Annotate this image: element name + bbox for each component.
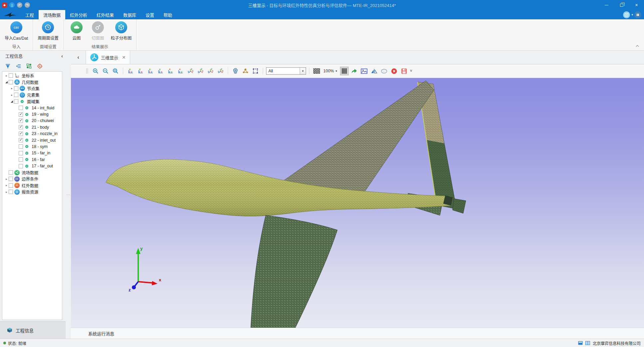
view-front-icon[interactable]: yxz bbox=[126, 67, 135, 75]
ribbon-button-particle-map[interactable]: 粒子分布图 bbox=[110, 21, 133, 41]
view-top-icon[interactable]: xzy bbox=[166, 67, 175, 75]
tree-checkbox[interactable] bbox=[19, 106, 23, 110]
tree-item[interactable]: ▸元素集 bbox=[2, 92, 62, 98]
menu-tab-6[interactable]: 设置 bbox=[141, 10, 159, 19]
tab-3d-view[interactable]: 三维显示 ✕ bbox=[86, 51, 130, 64]
tree-checkbox[interactable] bbox=[9, 170, 13, 175]
tree-item[interactable]: 15 - far_in bbox=[2, 150, 62, 156]
grid-view-icon[interactable] bbox=[25, 62, 33, 70]
restore-button[interactable] bbox=[614, 0, 629, 10]
tree-item[interactable]: ▸红外数据 bbox=[2, 182, 62, 189]
tree-item[interactable]: 23 - nozzle_in bbox=[2, 131, 62, 137]
shape-icon[interactable] bbox=[380, 67, 389, 75]
tree-item[interactable]: 21 - body bbox=[2, 124, 62, 130]
menu-tab-3[interactable]: 红外分析 bbox=[65, 10, 92, 19]
view-bottom-icon[interactable]: xzy bbox=[176, 67, 185, 75]
tree-item[interactable]: ◢面域集 bbox=[2, 98, 62, 105]
tree-twisty-icon[interactable]: ▸ bbox=[10, 87, 14, 90]
tree-item[interactable]: ▸Yzx坐标系 bbox=[2, 72, 62, 79]
zoom-level-dropdown[interactable]: 100%▼ bbox=[322, 69, 339, 73]
tree-item[interactable]: 14 - int_fluid bbox=[2, 105, 62, 111]
new-document-icon[interactable]: ▯ bbox=[9, 2, 15, 8]
close-button[interactable]: × bbox=[629, 0, 644, 10]
tree-checkbox[interactable] bbox=[19, 151, 23, 155]
filter-icon[interactable] bbox=[4, 62, 11, 70]
combo-dropdown-icon[interactable]: ▼ bbox=[300, 68, 306, 74]
list-icon[interactable] bbox=[15, 62, 22, 70]
mirror-icon[interactable] bbox=[370, 67, 379, 75]
window-layout-icon[interactable] bbox=[578, 341, 583, 345]
ribbon-button-cloud-map[interactable]: 云图 bbox=[67, 21, 86, 41]
tab-scroll-left-icon[interactable]: ‹ bbox=[71, 51, 86, 64]
screenshot-icon[interactable] bbox=[360, 67, 369, 75]
zoom-in-icon[interactable] bbox=[91, 67, 100, 75]
tree-item[interactable]: 19 - wing bbox=[2, 111, 62, 117]
theme-button[interactable] bbox=[623, 11, 630, 18]
save-icon[interactable] bbox=[400, 67, 409, 75]
target-icon[interactable] bbox=[36, 62, 43, 70]
zoom-out-icon[interactable] bbox=[101, 67, 110, 75]
select-rect-icon[interactable] bbox=[251, 67, 260, 75]
help-book-button[interactable] bbox=[634, 11, 641, 18]
menu-tab-2[interactable]: 流场数据 bbox=[39, 10, 65, 19]
menu-tab-5[interactable]: 数据库 bbox=[119, 10, 141, 19]
tree-twisty-icon[interactable]: ▸ bbox=[10, 93, 14, 97]
tree-checkbox[interactable] bbox=[9, 177, 13, 181]
tree-twisty-icon[interactable]: ▸ bbox=[4, 177, 9, 181]
tree-checkbox[interactable] bbox=[14, 93, 18, 97]
view-iso-sw-icon[interactable]: yxz bbox=[216, 67, 225, 75]
view-iso-ne-icon[interactable]: yxz bbox=[186, 67, 195, 75]
delete-icon[interactable] bbox=[390, 67, 399, 75]
panel-collapse-arrow[interactable]: ‹ bbox=[61, 53, 63, 59]
tree-item[interactable]: 22 - inlet_out bbox=[2, 137, 62, 143]
tree-twisty-icon[interactable]: ▸ bbox=[4, 190, 9, 194]
tree-checkbox[interactable] bbox=[19, 125, 23, 129]
ribbon-button-period-face[interactable]: 周期面设置 bbox=[36, 21, 60, 41]
ribbon-button-cas[interactable]: cas导入Cas/Dat bbox=[3, 21, 29, 41]
view-iso-nw-icon[interactable]: yxz bbox=[196, 67, 205, 75]
tree-twisty-icon[interactable]: ◢ bbox=[10, 100, 14, 103]
tree-checkbox[interactable] bbox=[19, 164, 23, 168]
tree-checkbox[interactable] bbox=[14, 99, 18, 104]
tree-checkbox[interactable] bbox=[9, 190, 13, 194]
display-filter-select[interactable]: All▼ bbox=[266, 67, 306, 75]
tree-checkbox[interactable] bbox=[9, 183, 13, 188]
share-arrow-icon[interactable] bbox=[350, 67, 359, 75]
save-options-caret-icon[interactable]: ˅ bbox=[410, 69, 412, 73]
tree-item[interactable]: ◢几何数据 bbox=[2, 79, 62, 85]
menu-tab-4[interactable]: 红外结果 bbox=[92, 10, 119, 19]
view-iso-se-icon[interactable]: yxz bbox=[206, 67, 215, 75]
view-left-icon[interactable]: yxz bbox=[146, 67, 155, 75]
tree-checkbox[interactable] bbox=[9, 80, 13, 84]
tree-twisty-icon[interactable]: ◢ bbox=[4, 80, 9, 84]
undo-icon[interactable]: ↶ bbox=[17, 2, 22, 8]
tree-twisty-icon[interactable]: ▸ bbox=[4, 74, 9, 77]
molecule-icon[interactable] bbox=[241, 67, 250, 75]
tree-checkbox[interactable] bbox=[19, 119, 23, 123]
redo-icon[interactable]: ↷ bbox=[25, 2, 30, 8]
tree-checkbox[interactable] bbox=[19, 144, 23, 149]
tree-item[interactable]: ▸边界条件 bbox=[2, 176, 62, 182]
tree-item[interactable]: ▸报告资源 bbox=[2, 189, 62, 195]
split-layout-icon[interactable] bbox=[585, 341, 590, 345]
theme-caret-icon[interactable]: ▾ bbox=[631, 13, 633, 16]
tree-checkbox[interactable] bbox=[19, 112, 23, 117]
ribbon-collapse-chevron[interactable] bbox=[635, 43, 639, 49]
app-logo-icon[interactable]: ◆ bbox=[2, 3, 7, 8]
tab-close-icon[interactable]: ✕ bbox=[122, 55, 126, 60]
tree-item[interactable]: 18 - sym bbox=[2, 143, 62, 150]
tree-item[interactable]: 17 - far_out bbox=[2, 163, 62, 169]
menu-tab-1[interactable]: 工程 bbox=[21, 10, 39, 19]
tree-item[interactable]: ▸节点集 bbox=[2, 85, 62, 92]
grid-icon[interactable] bbox=[340, 67, 349, 75]
tree-item[interactable]: 20 - chuiwei bbox=[2, 118, 62, 124]
panel-dock[interactable]: 工程信息 bbox=[0, 321, 66, 339]
checker-icon[interactable] bbox=[312, 67, 321, 75]
tree-checkbox[interactable] bbox=[14, 86, 18, 91]
viewport-3d[interactable]: x y z bbox=[71, 78, 644, 328]
zoom-fit-icon[interactable] bbox=[111, 67, 120, 75]
tree-checkbox[interactable] bbox=[9, 73, 13, 78]
view-back-icon[interactable]: yzx bbox=[136, 67, 145, 75]
tree-item[interactable]: 流场数据 bbox=[2, 169, 62, 176]
tree-checkbox[interactable] bbox=[19, 157, 23, 162]
